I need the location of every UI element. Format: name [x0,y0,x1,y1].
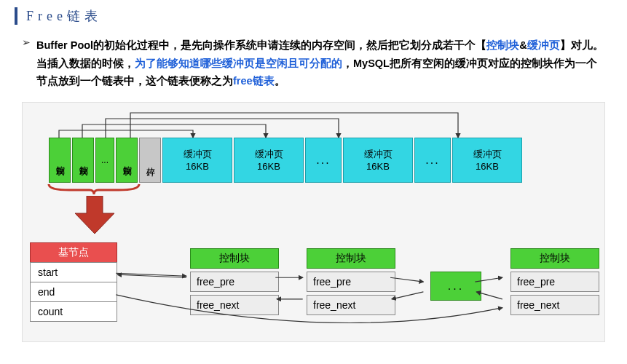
buffer-page-size: 16KB [476,161,499,172]
curly-brace [47,184,141,194]
control-block-node: 控制块 free_pre free_next [307,248,395,315]
cb-node-title: 控制块 [510,248,599,269]
buffer-pool-row: 控制块 控制块 ... 控制块 碎片 缓冲页 16KB 缓冲页 16KB ...… [49,138,524,183]
control-block-node: 控制块 free_pre free_next [510,248,599,315]
fragment-block: 碎片 [139,138,161,183]
control-block-label: 控制块 [121,159,133,161]
base-node-title: 基节点 [30,242,117,263]
text-seg: Buffer Pool的初始化过程中，是先向操作系统申请连续的内存空间，然后把它… [36,39,486,51]
text-seg-blue: free链表 [233,75,275,87]
bullet-marker: ➢ [22,36,31,90]
bullet-text: Buffer Pool的初始化过程中，是先向操作系统申请连续的内存空间，然后把它… [36,36,605,90]
ellipsis-block: ... [305,138,342,183]
top-pointer-lines [50,108,582,138]
text-seg: 。 [275,75,285,87]
buffer-page-label: 缓冲页 [364,148,393,161]
cb-node-field: free_pre [307,272,395,292]
buffer-page-label: 缓冲页 [255,148,283,161]
big-down-arrow-icon [75,196,114,237]
cb-node-title: 控制块 [307,248,395,269]
cb-node-field: free_pre [190,272,279,292]
text-seg: & [519,39,527,51]
buffer-page-block: 缓冲页 16KB [234,138,304,183]
buffer-page-label: 缓冲页 [473,148,502,161]
control-block: 控制块 [49,138,71,183]
diagram-area: 控制块 控制块 ... 控制块 碎片 缓冲页 16KB 缓冲页 16KB ...… [22,102,605,342]
buffer-page-block: 缓冲页 16KB [343,138,413,183]
buffer-page-block: 缓冲页 16KB [452,138,522,183]
buffer-page-block: 缓冲页 16KB [162,138,232,183]
text-seg-blue: 缓冲页 [527,39,560,51]
cb-node-field: free_pre [510,272,599,292]
cb-node-title: 控制块 [190,248,279,269]
cb-node-field: free_next [190,295,279,315]
text-seg-blue: 为了能够知道哪些缓冲页是空闲且可分配的 [135,58,342,69]
buffer-page-size: 16KB [186,161,209,172]
svg-line-4 [392,292,423,299]
ellipsis-node: ... [430,272,481,301]
ellipsis-block: ... [414,138,451,183]
title-bar: Free链表 [0,0,627,32]
buffer-page-size: 16KB [366,161,390,172]
text-seg-blue: 控制块 [486,39,519,51]
control-block-label: 控制块 [77,159,90,161]
ellipsis-block: ... [95,138,114,183]
base-node: 基节点 start end count [30,242,117,322]
control-block-label: 控制块 [54,159,66,161]
svg-line-0 [116,273,186,276]
bullet-paragraph: ➢ Buffer Pool的初始化过程中，是先向操作系统申请连续的内存空间，然后… [0,32,627,96]
base-node-field: count [30,301,117,322]
control-block: 控制块 [116,138,138,183]
title-accent [15,7,17,25]
free-list-row: 基节点 start end count 控制块 free_pre free_ne… [30,242,597,336]
cb-node-field: free_next [510,295,599,315]
base-node-field: end [30,282,117,302]
base-node-field: start [30,262,117,282]
control-block-node: 控制块 free_pre free_next [190,248,279,315]
cb-node-field: free_next [307,295,395,315]
buffer-page-size: 16KB [257,161,280,172]
svg-line-7 [117,274,186,277]
buffer-page-label: 缓冲页 [184,148,212,161]
control-block: 控制块 [72,138,94,183]
page-title: Free链表 [26,7,102,25]
